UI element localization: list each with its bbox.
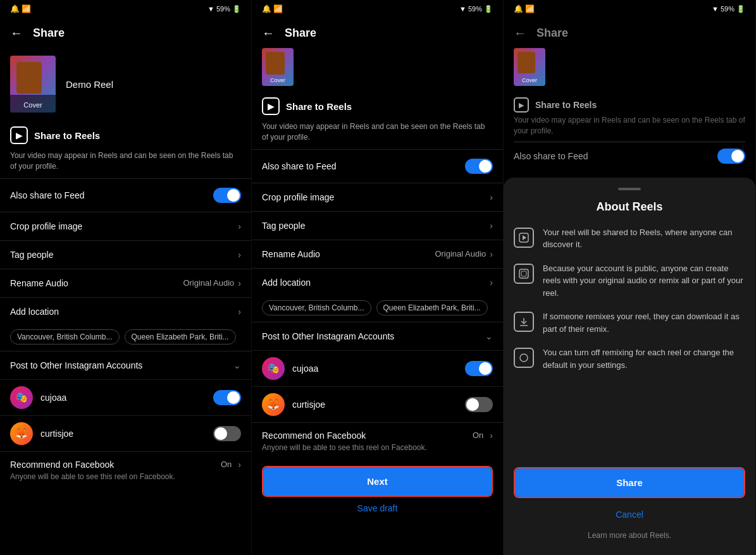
cover-mini-row-3: Cover <box>514 48 745 86</box>
post-to-others-title-1: Post to Other Instagram Accounts <box>10 360 142 370</box>
status-time-1: 🔔 📶 <box>10 4 31 13</box>
header-2: ← Share <box>252 18 503 48</box>
account-toggle-curtisjoe-1[interactable] <box>213 426 241 441</box>
panel-1: 🔔 📶 ▼ 59% 🔋 ← Share Cover ▶ Share to Ree… <box>0 0 252 555</box>
status-time-2: 🔔 📶 <box>262 4 283 13</box>
tag-people-label-2: Tag people <box>262 221 306 231</box>
location-tag-1a[interactable]: Vancouver, British Columb... <box>10 329 120 345</box>
crop-profile-row-2[interactable]: Crop profile image › <box>252 183 503 211</box>
rename-audio-value-1: Original Audio <box>183 278 234 288</box>
crop-profile-chevron-1: › <box>238 221 241 231</box>
cover-mini-2[interactable]: Cover <box>262 48 294 86</box>
post-to-others-row-1[interactable]: Post to Other Instagram Accounts ⌄ <box>0 351 251 379</box>
add-location-row-2[interactable]: Add location › <box>252 268 503 296</box>
crop-profile-row-1[interactable]: Crop profile image › <box>0 212 251 240</box>
rename-audio-right-2: Original Audio › <box>435 249 493 259</box>
svg-rect-2 <box>519 269 528 278</box>
cover-thumbnail-1[interactable]: Cover <box>10 56 56 113</box>
location-tag-2a[interactable]: Vancouver, British Columb... <box>262 300 371 315</box>
status-bar-2: 🔔 📶 ▼ 59% 🔋 <box>252 0 503 18</box>
rename-audio-row-2[interactable]: Rename Audio Original Audio › <box>252 240 503 268</box>
post-to-others-title-2: Post to Other Instagram Accounts <box>262 331 394 341</box>
cancel-button-3[interactable]: Cancel <box>514 503 745 526</box>
reels-icon-2: ▶ <box>262 97 280 115</box>
add-location-label-1: Add location <box>10 307 59 317</box>
cover-label-1: Cover <box>23 101 42 109</box>
share-to-reels-title-2: Share to Reels <box>286 101 352 112</box>
recommend-row-1[interactable]: Recommend on Facebook On › Anyone will b… <box>0 451 251 489</box>
about-reels-modal-3: About Reels Your reel will be shared to … <box>504 178 755 555</box>
status-icons-2: ▼ 59% 🔋 <box>459 5 493 13</box>
add-location-chevron-2: › <box>490 278 493 288</box>
rename-audio-row-1[interactable]: Rename Audio Original Audio › <box>0 269 251 297</box>
add-location-chevron-1: › <box>238 307 241 317</box>
also-share-feed-toggle-2[interactable] <box>465 159 493 174</box>
avatar-cujoaa-1: 🎭 <box>10 386 33 409</box>
recommend-desc-1: Anyone will be able to see this reel on … <box>10 472 241 481</box>
also-share-feed-label-2: Also share to Feed <box>262 161 337 171</box>
post-to-others-row-2[interactable]: Post to Other Instagram Accounts ⌄ <box>252 322 503 350</box>
back-button-3[interactable]: ← <box>514 26 526 40</box>
avatar-cujoaa-2: 🎭 <box>262 357 285 380</box>
panel3-top-content: Cover ▶ Share to Reels Your video may ap… <box>504 48 755 175</box>
recommend-row-2[interactable]: Recommend on Facebook On › Anyone will b… <box>252 422 503 460</box>
cover-mini-row-2: Cover <box>262 48 493 86</box>
status-bar-1: 🔔 📶 ▼ 59% 🔋 <box>0 0 251 18</box>
status-time-3: 🔔 📶 <box>514 4 535 13</box>
page-title-3: Share <box>536 27 568 40</box>
share-button-border-3: Share <box>514 467 745 498</box>
cover-mini-section-2: Cover <box>252 48 503 91</box>
cover-mini-label-2: Cover <box>270 77 285 83</box>
location-tag-1b[interactable]: Queen Elizabeth Park, Briti... <box>125 329 236 345</box>
about-text-3: If someone remixes your reel, they can d… <box>543 310 745 335</box>
status-icons-1: ▼ 59% 🔋 <box>208 5 241 13</box>
add-location-label-2: Add location <box>262 278 311 288</box>
recommend-value-2: On <box>473 430 483 440</box>
location-tags-1: Vancouver, British Columb... Queen Eliza… <box>0 326 251 351</box>
add-location-row-1[interactable]: Add location › <box>0 297 251 326</box>
tag-people-chevron-2: › <box>490 221 493 231</box>
also-share-feed-toggle-1[interactable] <box>213 188 241 203</box>
reel-name-input-1[interactable] <box>66 79 241 90</box>
tag-people-row-1[interactable]: Tag people › <box>0 240 251 269</box>
page-title-2: Share <box>285 27 316 40</box>
svg-point-6 <box>520 354 528 362</box>
also-share-feed-toggle-3[interactable] <box>717 149 745 164</box>
account-name-cujoaa-1: cujoaa <box>40 393 206 403</box>
recommend-desc-2: Anyone will be able to see this reel on … <box>262 443 493 452</box>
account-row-curtisjoe-2: 🦊 curtisjoe <box>252 386 503 422</box>
learn-more-3[interactable]: Learn more about Reels. <box>514 526 745 545</box>
rename-audio-label-2: Rename Audio <box>262 249 320 259</box>
account-toggle-cujoaa-2[interactable] <box>465 361 493 376</box>
about-icon-2 <box>514 264 534 284</box>
post-to-others-chevron-2: ⌄ <box>485 331 493 341</box>
recommend-value-1: On <box>221 460 232 469</box>
recommend-header-1: Recommend on Facebook On › <box>10 460 241 470</box>
next-button-2[interactable]: Next <box>263 467 492 496</box>
crop-profile-label-1: Crop profile image <box>10 221 82 231</box>
recommend-right-2: On › <box>473 430 493 441</box>
account-name-cujoaa-2: cujoaa <box>292 363 457 374</box>
back-button-1[interactable]: ← <box>10 26 23 40</box>
location-tag-2b[interactable]: Queen Elizabeth Park, Briti... <box>376 300 488 315</box>
panel-2: 🔔 📶 ▼ 59% 🔋 ← Share Cover ▶ Share to Ree… <box>252 0 504 555</box>
back-button-2[interactable]: ← <box>262 26 275 40</box>
account-toggle-curtisjoe-2[interactable] <box>465 397 493 412</box>
share-to-reels-title-1: Share to Reels <box>34 130 100 141</box>
share-button-3[interactable]: Share <box>515 468 744 497</box>
tag-people-row-2[interactable]: Tag people › <box>252 211 503 240</box>
recommend-header-2: Recommend on Facebook On › <box>262 430 493 441</box>
recommend-title-2: Recommend on Facebook <box>262 430 366 441</box>
tag-people-label-1: Tag people <box>10 250 54 260</box>
recommend-right-1: On › <box>221 460 241 470</box>
panel-3: 🔔 📶 ▼ 59% 🔋 ← Share Cover ▶ Share to Ree… <box>504 0 756 555</box>
account-toggle-cujoaa-1[interactable] <box>213 390 241 405</box>
recommend-chevron-1: › <box>238 460 241 470</box>
cover-mini-3[interactable]: Cover <box>514 48 545 86</box>
save-draft-2[interactable]: Save draft <box>252 497 503 520</box>
share-to-reels-desc-2: Your video may appear in Reels and can b… <box>252 121 503 149</box>
location-tags-2: Vancouver, British Columb... Queen Eliza… <box>252 296 503 322</box>
about-text-1: Your reel will be shared to Reels, where… <box>543 226 745 251</box>
recommend-title-1: Recommend on Facebook <box>10 460 114 470</box>
about-icon-1 <box>514 228 534 248</box>
